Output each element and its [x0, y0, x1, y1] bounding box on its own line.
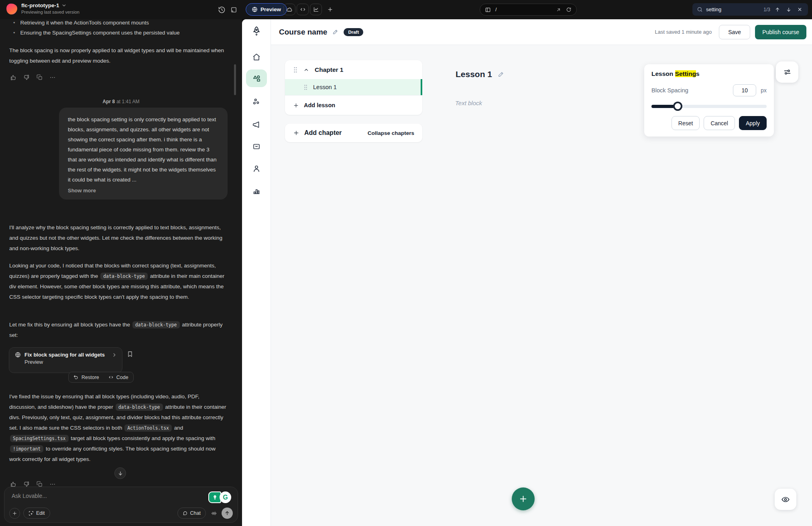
add-block-fab[interactable] — [512, 487, 535, 510]
assistant-paragraph-3: Let me fix this by ensuring all block ty… — [9, 320, 227, 340]
preview-mode-button[interactable] — [775, 489, 796, 510]
project-menu[interactable]: flc-prototype-1 — [21, 2, 79, 8]
edit-lesson-icon[interactable] — [497, 71, 505, 78]
home-icon[interactable] — [252, 53, 261, 61]
edit-title-icon[interactable] — [332, 29, 339, 35]
edit-mode-button[interactable]: Edit — [23, 508, 50, 519]
rocket-icon[interactable] — [251, 26, 262, 36]
megaphone-icon[interactable] — [252, 120, 261, 129]
chapter-title: Chapter 1 — [315, 66, 344, 73]
voice-input-icon[interactable] — [211, 510, 217, 516]
code-icon — [300, 6, 306, 12]
show-more-link[interactable]: Show more — [68, 188, 96, 194]
add-tab-button[interactable] — [324, 4, 336, 15]
nodes-icon[interactable] — [252, 97, 261, 106]
block-spacing-input[interactable] — [733, 84, 756, 96]
top-bar: flc-prototype-1 Previewing last saved ve… — [0, 0, 812, 19]
lesson-row-selected[interactable]: Lesson 1 — [285, 79, 422, 95]
add-chapter-card: Add chapter Collapse chapters — [285, 124, 422, 142]
chevron-down-icon — [61, 3, 67, 8]
chevron-up-icon[interactable] — [303, 67, 309, 73]
save-button[interactable]: Save — [719, 25, 750, 39]
find-bar: 1/3 — [692, 3, 808, 16]
close-search-icon[interactable] — [796, 7, 804, 12]
unit-label: px — [761, 87, 767, 94]
thumbs-down-icon[interactable] — [23, 74, 30, 81]
grammarly-widget[interactable]: G — [208, 491, 231, 503]
collapse-chapters-button[interactable]: Collapse chapters — [368, 130, 414, 136]
preview-button[interactable]: Preview — [246, 3, 287, 16]
plus-icon — [293, 130, 299, 136]
project-name: flc-prototype-1 — [21, 2, 59, 8]
sliders-icon — [783, 68, 792, 76]
bullet-item: Retrieving it when the ActionTools compo… — [20, 18, 149, 28]
plus-icon — [519, 494, 528, 504]
chat-scrollbar[interactable] — [234, 64, 236, 95]
assistant-paragraph-2: Looking at your code, I noticed that the… — [9, 261, 227, 302]
analytics-icon — [313, 6, 319, 12]
text-block-placeholder[interactable]: Text block — [455, 100, 482, 106]
settings-toggle-button[interactable] — [776, 61, 798, 83]
add-icon — [327, 6, 333, 12]
window-icon[interactable] — [229, 5, 238, 14]
block-spacing-slider[interactable] — [651, 102, 767, 111]
draft-status-badge: Draft — [344, 28, 363, 36]
search-icon — [697, 6, 703, 12]
publish-course-button[interactable]: Publish course — [755, 25, 806, 39]
slider-thumb[interactable] — [673, 102, 682, 111]
bullet-icon: • — [9, 28, 15, 38]
chapter-header[interactable]: Chapter 1 — [285, 60, 422, 79]
history-icon[interactable] — [217, 5, 226, 14]
lovable-logo-icon[interactable] — [6, 4, 17, 14]
copy-icon[interactable] — [37, 74, 43, 80]
globe-icon — [15, 352, 21, 358]
refresh-icon[interactable] — [566, 7, 572, 12]
analytics-button[interactable] — [310, 4, 322, 15]
drag-handle-icon[interactable] — [293, 67, 298, 73]
code-button[interactable]: Code — [116, 375, 128, 380]
bar-chart-icon[interactable] — [252, 186, 261, 195]
app-preview-window: Course name Draft Last saved 1 minute ag… — [242, 19, 812, 526]
restore-button[interactable]: Restore — [81, 375, 99, 380]
lesson-heading-row: Lesson 1 — [456, 69, 505, 79]
user-icon[interactable] — [252, 164, 261, 173]
copy-icon[interactable] — [37, 481, 43, 487]
cancel-button[interactable]: Cancel — [704, 116, 735, 130]
message-timestamp: Apr 8at 1:41 AM — [0, 99, 242, 104]
url-path: / — [495, 7, 497, 12]
project-info: flc-prototype-1 Previewing last saved ve… — [6, 2, 79, 14]
edit-select-icon — [28, 511, 34, 516]
match-count: 1/3 — [763, 7, 770, 12]
url-bar[interactable]: / — [480, 4, 577, 16]
previous-match-icon[interactable] — [773, 7, 781, 12]
bookmark-icon[interactable] — [127, 351, 133, 357]
bullet-icon: • — [9, 18, 15, 28]
add-chapter-button[interactable]: Add chapter — [304, 129, 342, 137]
eye-icon — [781, 495, 790, 504]
cloud-button[interactable] — [283, 4, 295, 15]
arrow-down-icon — [118, 471, 123, 476]
code-view-button[interactable] — [297, 4, 309, 15]
scroll-to-bottom-button[interactable] — [114, 467, 126, 479]
version-toolbar: Restore Code — [68, 372, 134, 383]
send-button[interactable] — [222, 508, 233, 519]
more-options-icon[interactable] — [49, 74, 56, 81]
reset-button[interactable]: Reset — [672, 116, 700, 130]
add-lesson-button[interactable]: Add lesson — [285, 95, 422, 115]
plus-icon — [12, 511, 17, 516]
attach-button[interactable] — [9, 508, 20, 519]
next-match-icon[interactable] — [785, 7, 793, 12]
drag-handle-icon[interactable] — [303, 84, 308, 90]
open-external-icon[interactable] — [556, 7, 561, 12]
chat-mode-button[interactable]: Chat — [177, 508, 206, 519]
edit-version-card[interactable]: Fix block spacing for all widgets Previe… — [9, 347, 122, 373]
pocket-icon[interactable] — [252, 142, 261, 151]
lesson-settings-panel: Lesson Settings Block Spacing px Reset C… — [644, 64, 774, 137]
chevron-right-icon — [112, 352, 117, 358]
chat-input-field[interactable] — [12, 493, 132, 499]
search-input[interactable] — [706, 6, 753, 12]
thumbs-up-icon[interactable] — [10, 74, 16, 81]
assistant-paragraph-1: I'll analyze why the block spacing setti… — [9, 222, 227, 254]
apply-button[interactable]: Apply — [739, 116, 767, 130]
blocks-icon[interactable] — [252, 74, 261, 83]
